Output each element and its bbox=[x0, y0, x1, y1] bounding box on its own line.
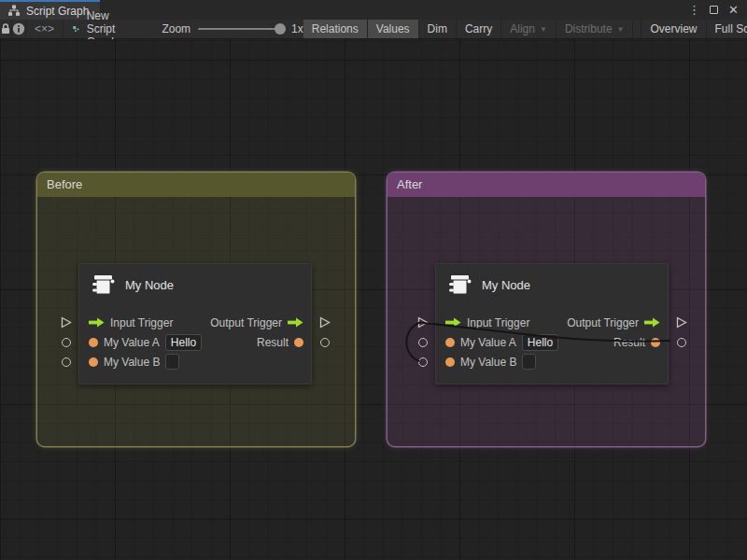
relations-toggle[interactable]: Relations bbox=[303, 20, 368, 38]
input-trigger-outer-port[interactable] bbox=[60, 316, 72, 329]
value-a-label: My Value A bbox=[104, 336, 160, 349]
zoom-value: 1x bbox=[291, 22, 303, 35]
overview-button[interactable]: Overview bbox=[641, 20, 706, 38]
dim-toggle[interactable]: Dim bbox=[419, 20, 457, 38]
flow-port-triangle-icon bbox=[417, 316, 429, 329]
flow-port-triangle-icon bbox=[676, 316, 687, 329]
value-b-label: My Value B bbox=[460, 356, 516, 369]
flow-in-arrow-icon[interactable] bbox=[89, 317, 105, 328]
full-screen-button[interactable]: Full Scr bbox=[707, 20, 747, 38]
flow-in-arrow-icon[interactable] bbox=[445, 317, 461, 328]
edit-code-button[interactable]: <×> bbox=[26, 20, 63, 38]
node-my-node-after[interactable]: My Node Input Trigger Output Trigger My … bbox=[435, 263, 669, 385]
output-trigger-outer-port[interactable] bbox=[675, 316, 687, 329]
maximize-glyph bbox=[710, 6, 718, 14]
carry-toggle[interactable]: Carry bbox=[457, 20, 501, 38]
value-b-outer-port[interactable] bbox=[60, 356, 72, 368]
node-title: My Node bbox=[482, 278, 530, 292]
value-b-port-icon[interactable] bbox=[445, 357, 455, 367]
result-outer-port[interactable] bbox=[675, 336, 687, 348]
toolbar: <×> New Script Graph Zoom 1x Relations V… bbox=[0, 20, 747, 39]
node-my-node-before[interactable]: My Node Input Trigger Output Trigger My … bbox=[78, 263, 312, 385]
input-trigger-label: Input Trigger bbox=[467, 316, 529, 329]
node-title: My Node bbox=[125, 278, 174, 292]
value-a-port-icon[interactable] bbox=[89, 338, 98, 347]
value-port-ring-icon bbox=[418, 338, 428, 347]
value-b-input[interactable] bbox=[165, 354, 179, 370]
node-row-value-a: My Value A Hello Result bbox=[436, 332, 668, 352]
node-row-trigger: Input Trigger Output Trigger bbox=[436, 313, 668, 332]
value-b-outer-port[interactable] bbox=[416, 356, 429, 368]
chevron-down-icon: ▼ bbox=[540, 25, 547, 34]
flow-out-arrow-icon[interactable] bbox=[288, 317, 303, 328]
result-label: Result bbox=[257, 336, 289, 349]
lock-button[interactable] bbox=[0, 20, 12, 38]
result-outer-port[interactable] bbox=[318, 336, 331, 348]
graph-hierarchy-icon bbox=[7, 5, 21, 17]
value-a-label: My Value A bbox=[460, 336, 516, 349]
value-b-input[interactable] bbox=[522, 354, 536, 370]
output-trigger-outer-port[interactable] bbox=[318, 316, 331, 329]
node-row-trigger: Input Trigger Output Trigger bbox=[79, 313, 311, 332]
graph-title: New Script Graph bbox=[63, 20, 135, 38]
toolbar-separator bbox=[633, 20, 641, 38]
input-trigger-label: Input Trigger bbox=[110, 316, 173, 329]
input-trigger-outer-port[interactable] bbox=[416, 316, 429, 329]
output-trigger-label: Output Trigger bbox=[567, 316, 639, 329]
graph-canvas[interactable]: Before After My Node bbox=[0, 39, 747, 560]
value-a-port-icon[interactable] bbox=[445, 338, 455, 347]
flow-port-triangle-icon bbox=[319, 316, 331, 329]
group-after-header[interactable]: After bbox=[388, 173, 705, 197]
value-b-port-icon[interactable] bbox=[89, 357, 98, 367]
value-port-ring-icon bbox=[677, 338, 686, 347]
value-b-label: My Value B bbox=[104, 356, 160, 369]
window-controls: ⋮ ✕ bbox=[686, 0, 747, 20]
node-row-value-b: My Value B bbox=[79, 352, 311, 371]
unit-node-icon bbox=[91, 273, 116, 298]
result-port-icon[interactable] bbox=[651, 338, 660, 347]
distribute-dropdown[interactable]: Distribute▼ bbox=[557, 20, 634, 38]
toolbar-right: Relations Values Dim Carry Align▼ Distri… bbox=[303, 20, 747, 38]
tab-label: Script Graph bbox=[26, 5, 89, 18]
group-before-header[interactable]: Before bbox=[37, 173, 355, 197]
zoom-slider-handle[interactable] bbox=[275, 23, 286, 35]
lock-icon bbox=[0, 22, 11, 35]
zoom-label: Zoom bbox=[162, 22, 190, 35]
value-a-outer-port[interactable] bbox=[60, 336, 72, 348]
value-a-outer-port[interactable] bbox=[416, 336, 429, 348]
kebab-menu-icon[interactable]: ⋮ bbox=[686, 2, 702, 18]
value-port-ring-icon bbox=[418, 357, 428, 367]
close-icon[interactable]: ✕ bbox=[726, 2, 741, 18]
node-row-value-b: My Value B bbox=[436, 352, 668, 371]
value-port-ring-icon bbox=[62, 338, 71, 347]
maximize-icon[interactable] bbox=[706, 2, 722, 18]
value-port-ring-icon bbox=[320, 338, 330, 347]
result-label: Result bbox=[613, 336, 645, 349]
align-label: Align bbox=[510, 22, 535, 35]
script-graph-window: Script Graph ⋮ ✕ <×> bbox=[0, 0, 747, 560]
flow-out-arrow-icon[interactable] bbox=[644, 317, 660, 328]
value-a-input[interactable]: Hello bbox=[165, 334, 202, 351]
node-header[interactable]: My Node bbox=[436, 264, 668, 305]
info-icon bbox=[12, 22, 25, 35]
zoom-control: Zoom 1x bbox=[135, 20, 303, 38]
flow-port-triangle-icon bbox=[61, 316, 72, 329]
script-graph-asset-icon bbox=[73, 22, 80, 35]
node-row-value-a: My Value A Hello Result bbox=[79, 332, 311, 352]
align-dropdown[interactable]: Align▼ bbox=[501, 20, 557, 38]
value-a-input[interactable]: Hello bbox=[522, 334, 558, 351]
distribute-label: Distribute bbox=[565, 22, 613, 35]
zoom-slider[interactable] bbox=[198, 28, 284, 30]
chevron-down-icon: ▼ bbox=[617, 25, 625, 34]
value-port-ring-icon bbox=[62, 357, 71, 367]
unit-node-icon bbox=[447, 273, 472, 298]
values-toggle[interactable]: Values bbox=[368, 20, 419, 38]
output-trigger-label: Output Trigger bbox=[210, 316, 282, 329]
node-header[interactable]: My Node bbox=[79, 264, 311, 305]
tab-script-graph[interactable]: Script Graph bbox=[0, 0, 100, 20]
result-port-icon[interactable] bbox=[294, 338, 303, 347]
inspector-button[interactable] bbox=[12, 20, 26, 38]
